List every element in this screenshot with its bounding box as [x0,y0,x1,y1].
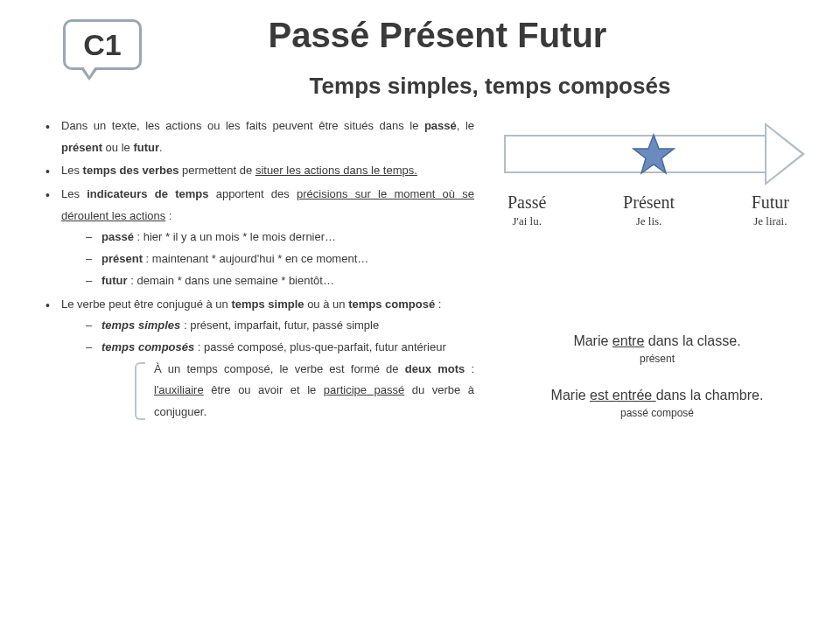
level-badge: C1 [63,19,142,70]
text-bold: temps des verbes [83,164,179,177]
timeline-futur: Futur Je lirai. [752,192,789,228]
sub-temps-composes: temps composés : passé composé, plus-que… [86,337,474,424]
text: : [165,209,172,222]
bracket-icon [135,362,145,420]
example-tag-1: présent [500,353,814,365]
header: C1 Passé Présent Futur Temps simples, te… [0,0,840,100]
timeline-present: Présent Je lis. [623,192,675,228]
text: Marie [551,388,590,402]
example-line-1: Marie entre dans la classe. [500,333,814,349]
text: ou le [102,141,133,154]
text: : hier * il y a un mois * le mois dernie… [134,230,336,243]
content-right: Passé J'ai lu. Présent Je lis. Futur Je … [500,116,814,442]
text-bold-italic: temps composés [102,340,194,354]
text-underline: entre [612,333,644,348]
text-bold: indicateurs de temps [87,187,208,200]
text-bold: passé [102,230,134,243]
sub-present: présent : maintenant * aujourd'hui * en … [86,248,474,270]
label-sample: J'ai lu. [508,214,546,228]
text-bold: temps composé [348,298,435,311]
text: dans la chambre. [656,388,764,402]
example-sentences: Marie entre dans la classe. présent Mari… [500,333,814,419]
text: ou à un [304,298,349,311]
text: permettent de [178,164,255,177]
text: Dans un texte, les actions ou les faits … [61,119,424,132]
text: : présent, imparfait, futur, passé simpl… [180,318,379,332]
text: Les [61,187,87,200]
bullet-4: Le verbe peut être conjugué à un temps s… [46,294,474,424]
text: . [159,141,163,154]
text: : [435,298,441,311]
label-heading: Futur [752,192,789,213]
text: dans la classe. [644,333,740,348]
text: être ou avoir et le [204,383,324,396]
text: : [465,362,474,375]
page-subtitle: Temps simples, temps composés [0,73,840,100]
badge-tail [80,68,98,80]
sub-temps-simples: temps simples : présent, imparfait, futu… [86,315,474,337]
text-bold: deux mots [405,362,466,375]
svg-marker-0 [634,135,674,173]
timeline-passe: Passé J'ai lu. [508,192,546,228]
text-underline: l'auxiliaire [154,383,204,396]
example-tag-2: passé composé [500,407,814,419]
arrow-head-icon [765,122,805,186]
text-bold: passé [424,119,457,132]
text: Marie [573,333,612,348]
text-bold: temps simple [231,298,304,311]
timeline-arrow [500,124,805,186]
text-bold: futur [133,141,159,154]
label-sample: Je lis. [623,214,675,228]
sub-passe: passé : hier * il y a un mois * le mois … [86,227,474,248]
text-bold-italic: temps simples [102,318,180,332]
text: : demain * dans une semaine * bientôt… [128,274,334,287]
timeline-labels: Passé J'ai lu. Présent Je lis. Futur Je … [500,186,814,228]
note-block: À un temps composé, le verbe est formé d… [142,359,474,424]
text-bold: présent [61,141,102,154]
text-underline: est entrée [590,388,656,402]
text-underline: situer les actions dans le temps. [256,164,417,177]
bullet-1: Dans un texte, les actions ou les faits … [46,116,474,158]
bullet-2: Les temps des verbes permettent de situe… [46,160,474,182]
label-sample: Je lirai. [752,214,789,228]
text: , le [457,119,474,132]
content-left: Dans un texte, les actions ou les faits … [46,116,474,442]
text: : maintenant * aujourd'hui * en ce momen… [143,252,368,265]
star-icon [632,133,676,177]
text-underline: participe passé [324,383,404,396]
text: : passé composé, plus-que-parfait, futur… [194,340,446,354]
text: Le verbe peut être conjugué à un [61,298,231,311]
text-bold: présent [102,252,143,265]
example-line-2: Marie est entrée dans la chambre. [500,388,814,403]
text: À un temps composé, le verbe est formé d… [154,362,405,375]
text: Les [61,164,83,177]
sub-futur: futur : demain * dans une semaine * bien… [86,270,474,292]
bullet-3: Les indicateurs de temps apportent des p… [46,184,474,291]
text: apportent des [208,187,297,200]
label-heading: Présent [623,192,675,213]
label-heading: Passé [508,192,546,213]
text-bold: futur [102,274,128,287]
